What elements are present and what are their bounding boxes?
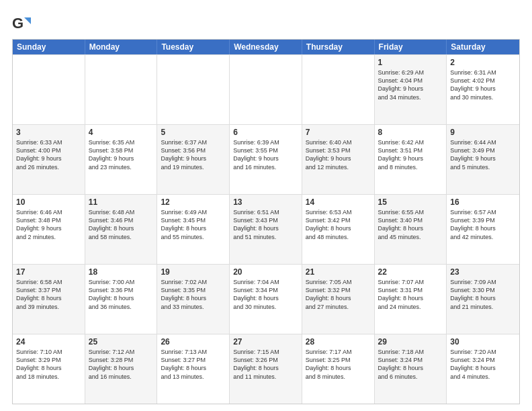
svg-text:G: G bbox=[12, 15, 24, 32]
calendar-day-cell: 12Sunrise: 6:49 AM Sunset: 3:45 PM Dayli… bbox=[157, 195, 230, 264]
cal-header-cell: Wednesday bbox=[230, 40, 302, 54]
day-number: 10 bbox=[16, 197, 81, 208]
calendar-day-cell: 17Sunrise: 6:58 AM Sunset: 3:37 PM Dayli… bbox=[13, 265, 85, 334]
day-info: Sunrise: 7:18 AM Sunset: 3:24 PM Dayligh… bbox=[378, 348, 443, 381]
calendar-day-cell: 2Sunrise: 6:31 AM Sunset: 4:02 PM Daylig… bbox=[447, 55, 519, 124]
calendar-day-cell bbox=[302, 55, 375, 124]
calendar-day-cell: 11Sunrise: 6:48 AM Sunset: 3:46 PM Dayli… bbox=[85, 195, 158, 264]
day-number: 9 bbox=[450, 127, 516, 138]
cal-header-cell: Tuesday bbox=[157, 40, 230, 54]
calendar-day-cell: 8Sunrise: 6:42 AM Sunset: 3:51 PM Daylig… bbox=[375, 125, 447, 194]
calendar-week: 10Sunrise: 6:46 AM Sunset: 3:48 PM Dayli… bbox=[13, 194, 519, 264]
logo-icon: G bbox=[12, 15, 31, 34]
day-info: Sunrise: 6:39 AM Sunset: 3:55 PM Dayligh… bbox=[233, 138, 298, 171]
day-number: 14 bbox=[306, 197, 371, 208]
day-number: 13 bbox=[233, 197, 298, 208]
calendar-body: 1Sunrise: 6:29 AM Sunset: 4:04 PM Daylig… bbox=[13, 54, 519, 404]
calendar-day-cell: 3Sunrise: 6:33 AM Sunset: 4:00 PM Daylig… bbox=[13, 125, 85, 194]
calendar-day-cell: 23Sunrise: 7:09 AM Sunset: 3:30 PM Dayli… bbox=[447, 265, 519, 334]
calendar-week: 17Sunrise: 6:58 AM Sunset: 3:37 PM Dayli… bbox=[13, 264, 519, 334]
day-info: Sunrise: 6:40 AM Sunset: 3:53 PM Dayligh… bbox=[306, 138, 371, 171]
day-number: 23 bbox=[450, 267, 516, 277]
calendar-day-cell: 9Sunrise: 6:44 AM Sunset: 3:49 PM Daylig… bbox=[447, 125, 519, 194]
calendar-day-cell: 21Sunrise: 7:05 AM Sunset: 3:32 PM Dayli… bbox=[302, 265, 375, 334]
day-info: Sunrise: 6:46 AM Sunset: 3:48 PM Dayligh… bbox=[16, 208, 81, 241]
day-info: Sunrise: 6:42 AM Sunset: 3:51 PM Dayligh… bbox=[378, 138, 443, 171]
calendar-day-cell: 10Sunrise: 6:46 AM Sunset: 3:48 PM Dayli… bbox=[13, 195, 85, 264]
day-info: Sunrise: 6:51 AM Sunset: 3:43 PM Dayligh… bbox=[233, 208, 298, 241]
day-info: Sunrise: 7:00 AM Sunset: 3:36 PM Dayligh… bbox=[89, 278, 154, 311]
cal-header-cell: Monday bbox=[85, 40, 158, 54]
calendar-day-cell: 16Sunrise: 6:57 AM Sunset: 3:39 PM Dayli… bbox=[447, 195, 519, 264]
day-info: Sunrise: 6:37 AM Sunset: 3:56 PM Dayligh… bbox=[161, 138, 226, 171]
day-number: 22 bbox=[378, 267, 443, 277]
calendar-day-cell: 7Sunrise: 6:40 AM Sunset: 3:53 PM Daylig… bbox=[302, 125, 375, 194]
day-number: 12 bbox=[161, 197, 226, 208]
day-info: Sunrise: 6:57 AM Sunset: 3:39 PM Dayligh… bbox=[450, 208, 516, 241]
day-number: 20 bbox=[233, 267, 298, 277]
page-header: G bbox=[12, 12, 520, 34]
calendar-day-cell: 5Sunrise: 6:37 AM Sunset: 3:56 PM Daylig… bbox=[157, 125, 230, 194]
day-info: Sunrise: 6:31 AM Sunset: 4:02 PM Dayligh… bbox=[450, 68, 516, 101]
calendar-day-cell bbox=[85, 55, 158, 124]
day-info: Sunrise: 7:12 AM Sunset: 3:28 PM Dayligh… bbox=[89, 348, 154, 381]
calendar-week: 24Sunrise: 7:10 AM Sunset: 3:29 PM Dayli… bbox=[13, 334, 519, 404]
calendar-day-cell: 25Sunrise: 7:12 AM Sunset: 3:28 PM Dayli… bbox=[85, 334, 158, 404]
calendar-day-cell: 26Sunrise: 7:13 AM Sunset: 3:27 PM Dayli… bbox=[157, 334, 230, 404]
day-number: 1 bbox=[378, 57, 443, 68]
calendar-day-cell: 19Sunrise: 7:02 AM Sunset: 3:35 PM Dayli… bbox=[157, 265, 230, 334]
calendar-day-cell: 27Sunrise: 7:15 AM Sunset: 3:26 PM Dayli… bbox=[230, 334, 302, 404]
calendar-week: 3Sunrise: 6:33 AM Sunset: 4:00 PM Daylig… bbox=[13, 124, 519, 194]
day-number: 18 bbox=[89, 267, 154, 277]
day-info: Sunrise: 6:33 AM Sunset: 4:00 PM Dayligh… bbox=[16, 138, 81, 171]
calendar-day-cell: 15Sunrise: 6:55 AM Sunset: 3:40 PM Dayli… bbox=[375, 195, 447, 264]
calendar-day-cell: 29Sunrise: 7:18 AM Sunset: 3:24 PM Dayli… bbox=[375, 334, 447, 404]
day-info: Sunrise: 7:04 AM Sunset: 3:34 PM Dayligh… bbox=[233, 278, 298, 311]
svg-marker-1 bbox=[24, 17, 31, 24]
day-info: Sunrise: 7:02 AM Sunset: 3:35 PM Dayligh… bbox=[161, 278, 226, 311]
day-number: 26 bbox=[161, 336, 226, 347]
calendar: SundayMondayTuesdayWednesdayThursdayFrid… bbox=[12, 39, 520, 404]
cal-header-cell: Thursday bbox=[302, 40, 375, 54]
day-info: Sunrise: 7:15 AM Sunset: 3:26 PM Dayligh… bbox=[233, 348, 298, 381]
day-number: 30 bbox=[450, 336, 516, 347]
calendar-day-cell: 30Sunrise: 7:20 AM Sunset: 3:24 PM Dayli… bbox=[447, 334, 519, 404]
day-info: Sunrise: 6:44 AM Sunset: 3:49 PM Dayligh… bbox=[450, 138, 516, 171]
calendar-week: 1Sunrise: 6:29 AM Sunset: 4:04 PM Daylig… bbox=[13, 54, 519, 124]
day-info: Sunrise: 7:13 AM Sunset: 3:27 PM Dayligh… bbox=[161, 348, 226, 381]
day-number: 21 bbox=[306, 267, 371, 277]
day-info: Sunrise: 6:58 AM Sunset: 3:37 PM Dayligh… bbox=[16, 278, 81, 311]
day-info: Sunrise: 6:29 AM Sunset: 4:04 PM Dayligh… bbox=[378, 68, 443, 101]
day-number: 4 bbox=[89, 127, 154, 138]
day-number: 28 bbox=[306, 336, 371, 347]
day-info: Sunrise: 6:53 AM Sunset: 3:42 PM Dayligh… bbox=[306, 208, 371, 241]
day-number: 16 bbox=[450, 197, 516, 208]
day-info: Sunrise: 7:10 AM Sunset: 3:29 PM Dayligh… bbox=[16, 348, 81, 381]
day-number: 7 bbox=[306, 127, 371, 138]
day-number: 15 bbox=[378, 197, 443, 208]
day-number: 6 bbox=[233, 127, 298, 138]
day-number: 27 bbox=[233, 336, 298, 347]
calendar-day-cell: 20Sunrise: 7:04 AM Sunset: 3:34 PM Dayli… bbox=[230, 265, 302, 334]
cal-header-cell: Sunday bbox=[13, 40, 85, 54]
calendar-day-cell bbox=[157, 55, 230, 124]
calendar-day-cell bbox=[230, 55, 302, 124]
day-number: 5 bbox=[161, 127, 226, 138]
day-number: 25 bbox=[89, 336, 154, 347]
cal-header-cell: Friday bbox=[375, 40, 447, 54]
day-number: 19 bbox=[161, 267, 226, 277]
calendar-day-cell: 18Sunrise: 7:00 AM Sunset: 3:36 PM Dayli… bbox=[85, 265, 158, 334]
day-info: Sunrise: 7:05 AM Sunset: 3:32 PM Dayligh… bbox=[306, 278, 371, 311]
calendar-day-cell: 13Sunrise: 6:51 AM Sunset: 3:43 PM Dayli… bbox=[230, 195, 302, 264]
calendar-day-cell: 4Sunrise: 6:35 AM Sunset: 3:58 PM Daylig… bbox=[85, 125, 158, 194]
day-number: 2 bbox=[450, 57, 516, 68]
calendar-day-cell: 6Sunrise: 6:39 AM Sunset: 3:55 PM Daylig… bbox=[230, 125, 302, 194]
day-number: 11 bbox=[89, 197, 154, 208]
day-info: Sunrise: 7:07 AM Sunset: 3:31 PM Dayligh… bbox=[378, 278, 443, 311]
day-info: Sunrise: 7:09 AM Sunset: 3:30 PM Dayligh… bbox=[450, 278, 516, 311]
calendar-day-cell bbox=[13, 55, 85, 124]
day-number: 3 bbox=[16, 127, 81, 138]
day-number: 8 bbox=[378, 127, 443, 138]
day-info: Sunrise: 6:55 AM Sunset: 3:40 PM Dayligh… bbox=[378, 208, 443, 241]
calendar-day-cell: 28Sunrise: 7:17 AM Sunset: 3:25 PM Dayli… bbox=[302, 334, 375, 404]
